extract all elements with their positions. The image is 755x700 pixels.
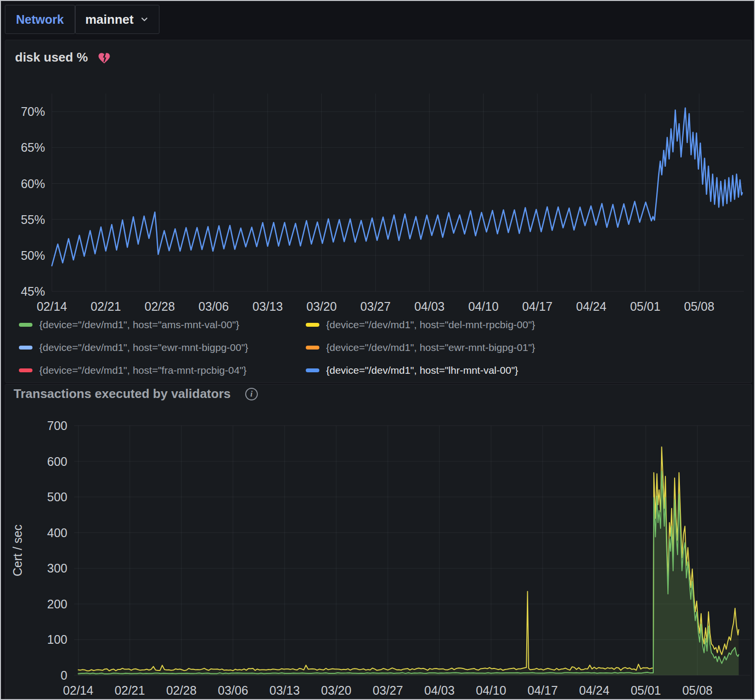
y-tick-label: 400 xyxy=(47,526,67,540)
network-variable-label: Network xyxy=(16,13,64,27)
x-tick-label: 05/08 xyxy=(684,300,715,313)
x-tick-label: 02/14 xyxy=(63,684,94,697)
x-tick-label: 03/20 xyxy=(321,684,352,697)
x-tick-label: 04/17 xyxy=(522,300,553,313)
legend-swatch xyxy=(306,368,319,372)
x-tick-label: 03/13 xyxy=(269,684,300,697)
network-variable-value[interactable]: mainnet xyxy=(85,12,134,27)
disk-panel-header[interactable]: disk used % xyxy=(15,50,111,65)
transactions-panel-title[interactable]: Transactions executed by validators xyxy=(14,386,231,401)
y-tick-label: 60% xyxy=(21,177,45,191)
legend-label[interactable]: {device="/dev/md1", host="fra-mnt-rpcbig… xyxy=(39,365,247,376)
x-tick-label: 03/13 xyxy=(252,300,283,313)
transactions-chart[interactable]: 02/1402/2102/2803/0603/1303/2003/2704/03… xyxy=(5,384,752,700)
x-tick-label: 02/21 xyxy=(91,300,121,313)
y-tick-label: 45% xyxy=(21,285,45,298)
x-tick-label: 04/10 xyxy=(468,300,499,313)
disk-legend: {device="/dev/md1", host="ams-mnt-val-00… xyxy=(19,318,535,378)
x-tick-label: 05/08 xyxy=(682,684,713,697)
legend-label[interactable]: {device="/dev/md1", host="del-mnt-rpcbig… xyxy=(326,319,535,331)
y-tick-label: 700 xyxy=(47,419,67,432)
x-tick-label: 04/10 xyxy=(476,684,506,697)
x-tick-label: 04/24 xyxy=(576,300,607,313)
y-tick-label: 500 xyxy=(47,490,67,504)
x-tick-label: 03/27 xyxy=(373,684,403,697)
panel-disk-used: disk used % 02/1402/2102/2803/0603/1303/… xyxy=(5,40,752,383)
x-tick-label: 02/14 xyxy=(37,300,67,313)
y-tick-label: 200 xyxy=(47,597,67,611)
variable-bar: Network mainnet xyxy=(1,1,754,39)
disk-used-chart[interactable]: 02/1402/2102/2803/0603/1303/2003/2704/03… xyxy=(5,40,752,315)
y-tick-label: 65% xyxy=(21,141,45,154)
x-tick-label: 02/28 xyxy=(166,684,197,697)
legend-swatch xyxy=(306,323,319,327)
x-tick-label: 05/01 xyxy=(630,300,661,313)
series-line xyxy=(78,471,739,674)
legend-label[interactable]: {device="/dev/md1", host="ams-mnt-val-00… xyxy=(39,319,239,331)
series-line xyxy=(52,108,742,266)
legend-item[interactable]: {device="/dev/md1", host="ams-mnt-val-00… xyxy=(19,318,306,332)
legend-item[interactable]: {device="/dev/md1", host="del-mnt-rpcbig… xyxy=(306,318,535,332)
series-fill xyxy=(78,447,739,675)
y-tick-label: 0 xyxy=(61,668,67,682)
y-tick-label: 70% xyxy=(21,105,45,118)
legend-item[interactable]: {device="/dev/md1", host="fra-mnt-rpcbig… xyxy=(19,363,306,378)
legend-item[interactable]: {device="/dev/md1", host="ewr-mnt-bigpg-… xyxy=(306,340,535,355)
panel-transactions: Transactions executed by validators i 02… xyxy=(5,384,752,700)
broken-heart-icon xyxy=(97,51,111,64)
x-tick-label: 03/06 xyxy=(218,684,249,697)
transactions-panel-header[interactable]: Transactions executed by validators i xyxy=(14,386,258,401)
legend-label[interactable]: {device="/dev/md1", host="ewr-mnt-bigpg-… xyxy=(39,342,248,353)
x-tick-label: 03/06 xyxy=(199,300,229,313)
x-tick-label: 03/27 xyxy=(361,300,391,313)
x-tick-label: 04/24 xyxy=(579,684,610,697)
x-tick-label: 04/03 xyxy=(414,300,445,313)
y-tick-label: 300 xyxy=(47,561,67,575)
y-tick-label: 50% xyxy=(21,249,45,262)
x-tick-label: 02/28 xyxy=(144,300,175,313)
legend-swatch xyxy=(19,346,32,350)
network-variable-label-box: Network xyxy=(5,5,75,34)
y-axis-label: Cert / sec xyxy=(11,525,24,576)
y-tick-label: 600 xyxy=(47,455,67,468)
legend-label[interactable]: {device="/dev/md1", host="lhr-mnt-val-00… xyxy=(326,365,518,376)
chevron-down-icon xyxy=(140,15,149,24)
info-icon[interactable]: i xyxy=(245,388,258,400)
x-tick-label: 02/21 xyxy=(115,684,145,697)
legend-swatch xyxy=(19,368,32,372)
x-tick-label: 05/01 xyxy=(630,684,661,697)
y-tick-label: 55% xyxy=(21,213,45,226)
dashboard: Network mainnet disk used % 02/1402/2102… xyxy=(0,0,755,700)
network-variable-dropdown[interactable]: mainnet xyxy=(75,5,159,34)
legend-swatch xyxy=(306,346,319,350)
legend-label[interactable]: {device="/dev/md1", host="ewr-mnt-bigpg-… xyxy=(326,342,535,353)
y-tick-label: 100 xyxy=(47,633,67,646)
x-tick-label: 04/17 xyxy=(528,684,558,697)
disk-panel-title[interactable]: disk used % xyxy=(15,50,88,65)
x-tick-label: 04/03 xyxy=(425,684,455,697)
series-line xyxy=(78,447,739,671)
legend-item[interactable]: {device="/dev/md1", host="lhr-mnt-val-00… xyxy=(306,363,535,378)
legend-item[interactable]: {device="/dev/md1", host="ewr-mnt-bigpg-… xyxy=(19,340,306,355)
legend-swatch xyxy=(19,323,32,327)
series-fill xyxy=(78,471,739,675)
x-tick-label: 03/20 xyxy=(306,300,337,313)
